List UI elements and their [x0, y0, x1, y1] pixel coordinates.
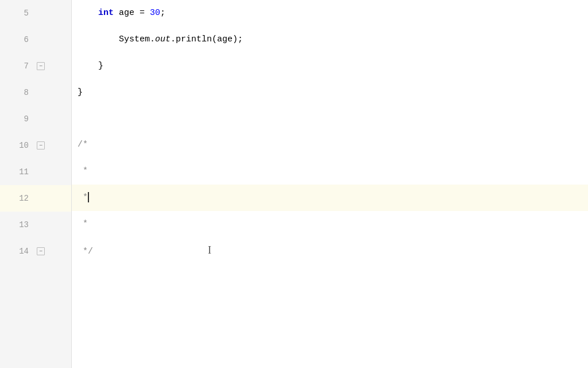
gutter-row-10: 10−: [0, 132, 71, 159]
ibeam-cursor: I: [208, 244, 211, 256]
fold-box-9[interactable]: −: [37, 247, 45, 255]
token-comment: /*: [78, 140, 88, 150]
fold-indicator-2[interactable]: −: [36, 62, 46, 70]
code-line-13[interactable]: *: [72, 211, 588, 237]
code-content-9: */I: [78, 237, 211, 265]
code-line-10[interactable]: [72, 264, 588, 290]
code-line-7[interactable]: }: [72, 53, 588, 79]
gutter-row-9: 9: [0, 106, 71, 132]
code-area[interactable]: int age = 30; System.out.println(age); }…: [72, 0, 588, 368]
token-text-normal: [78, 8, 98, 18]
gutter-row-11: 11: [0, 159, 71, 185]
code-line-9[interactable]: [72, 106, 588, 132]
gutter-row-13: [0, 344, 71, 368]
line-number-12: 12: [0, 194, 36, 203]
token-text-normal: }: [78, 61, 103, 71]
code-content-3: }: [78, 79, 83, 106]
code-line-13[interactable]: [72, 342, 588, 368]
gutter-row-7: 7−: [0, 53, 71, 79]
line-number-14: 14: [0, 247, 36, 256]
token-kw-int: int: [98, 8, 114, 18]
code-editor: 567−8910−11121314− int age = 30; System.…: [0, 0, 588, 368]
code-content-7: *: [78, 185, 89, 211]
code-line-12[interactable]: *: [72, 185, 588, 211]
code-content-2: }: [78, 53, 103, 79]
token-comment: */: [78, 247, 93, 256]
gutter-row-14: 14−: [0, 238, 71, 264]
gutter-row-8: 8: [0, 79, 71, 106]
code-line-6[interactable]: System.out.println(age);: [72, 26, 588, 53]
token-text-normal: System.: [78, 34, 155, 44]
code-content-0: int age = 30;: [78, 0, 165, 26]
line-number-5: 5: [0, 9, 36, 18]
fold-box-2[interactable]: −: [37, 62, 45, 70]
line-number-13: 13: [0, 220, 36, 229]
line-number-7: 7: [0, 62, 36, 71]
code-content-1: System.out.println(age);: [78, 26, 243, 53]
gutter-row-13: 13: [0, 212, 71, 238]
code-line-11[interactable]: *: [72, 158, 588, 185]
token-text-normal: age =: [114, 8, 150, 18]
token-text-normal: }: [78, 87, 83, 97]
gutter-row-12: 12: [0, 185, 71, 212]
text-cursor: [88, 192, 89, 202]
code-content-6: *: [78, 158, 88, 185]
code-content-8: *: [78, 211, 88, 237]
code-line-11[interactable]: [72, 290, 588, 316]
code-line-14[interactable]: */I: [72, 237, 588, 264]
gutter-row-5: 5: [0, 0, 71, 26]
line-gutter: 567−8910−11121314−: [0, 0, 72, 368]
code-line-12[interactable]: [72, 316, 588, 342]
token-text-normal: ;: [160, 8, 165, 18]
fold-box-5[interactable]: −: [37, 141, 45, 150]
gutter-row-11: [0, 291, 71, 317]
line-number-6: 6: [0, 35, 36, 44]
token-comment: *: [78, 193, 88, 202]
code-line-10[interactable]: /*: [72, 132, 588, 158]
token-method-italic: out: [155, 34, 171, 44]
code-content-5: /*: [78, 132, 88, 158]
gutter-row-10: [0, 264, 71, 291]
fold-indicator-9[interactable]: −: [36, 247, 46, 255]
line-number-9: 9: [0, 114, 36, 124]
gutter-row-12: [0, 317, 71, 344]
code-line-5[interactable]: int age = 30;: [72, 0, 588, 26]
token-comment: *: [78, 219, 88, 229]
token-comment: *: [78, 166, 88, 176]
token-text-normal: .println(age);: [171, 34, 243, 44]
code-line-8[interactable]: }: [72, 79, 588, 106]
token-literal-num: 30: [150, 8, 160, 18]
line-number-11: 11: [0, 167, 36, 177]
line-number-10: 10: [0, 141, 36, 150]
line-number-8: 8: [0, 88, 36, 97]
gutter-row-6: 6: [0, 26, 71, 53]
fold-indicator-5[interactable]: −: [36, 141, 46, 150]
